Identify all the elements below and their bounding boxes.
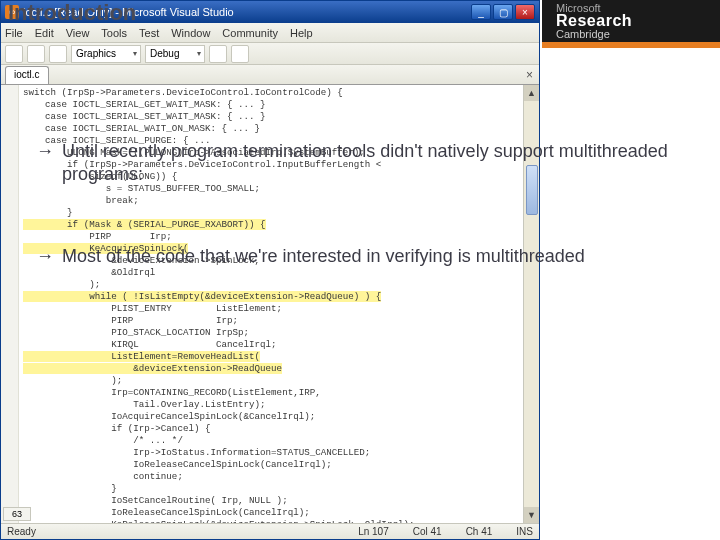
tab-close-icon[interactable]: × xyxy=(526,68,539,82)
bullet-2-text: Most of the code that we're interested i… xyxy=(62,245,585,268)
config-dropdown[interactable]: Debug xyxy=(145,45,205,63)
arrow-icon: → xyxy=(36,140,54,163)
bullet-1-text: Until recently program termination tools… xyxy=(62,140,710,185)
brand-cambridge: Cambridge xyxy=(556,28,610,40)
tab-ioctl[interactable]: ioctl.c xyxy=(5,66,49,84)
toolbar-button[interactable] xyxy=(5,45,23,63)
code-line: ); xyxy=(23,375,122,386)
status-col: Col 41 xyxy=(413,526,442,537)
toolbar-button[interactable] xyxy=(27,45,45,63)
code-line-highlight: &deviceExtension->ReadQueue xyxy=(23,363,282,374)
brand-orange-bar xyxy=(542,42,720,48)
code-line: case IOCTL_SERIAL_GET_WAIT_MASK: { ... } xyxy=(23,99,266,110)
toolbar: Graphics Debug xyxy=(1,43,539,65)
code-line: Irp=CONTAINING_RECORD(ListElement,IRP, xyxy=(23,387,321,398)
graphics-dropdown[interactable]: Graphics xyxy=(71,45,141,63)
code-line: IoAcquireCancelSpinLock(&CancelIrql); xyxy=(23,411,315,422)
minimize-button[interactable]: _ xyxy=(471,4,491,20)
toolbar-button[interactable] xyxy=(231,45,249,63)
code-line: KIRQL CancelIrql; xyxy=(23,339,277,350)
scroll-down-icon[interactable]: ▼ xyxy=(524,507,539,523)
bullet-1: → Until recently program termination too… xyxy=(36,140,710,185)
status-ready: Ready xyxy=(7,526,36,537)
code-line: continue; xyxy=(23,471,183,482)
status-ins: INS xyxy=(516,526,533,537)
ms-research-brand: Microsoft Research Cambridge xyxy=(542,0,720,42)
document-tabs: ioctl.c × xyxy=(1,65,539,85)
editor-gutter xyxy=(1,85,19,523)
menu-tools[interactable]: Tools xyxy=(101,27,127,39)
scroll-up-icon[interactable]: ▲ xyxy=(524,85,539,101)
code-line: IoReleaseCancelSpinLock(CancelIrql); xyxy=(23,507,310,518)
menu-window[interactable]: Window xyxy=(171,27,210,39)
menu-help[interactable]: Help xyxy=(290,27,313,39)
code-line: case IOCTL_SERIAL_WAIT_ON_MASK: { ... } xyxy=(23,123,260,134)
toolbar-button[interactable] xyxy=(49,45,67,63)
code-line: switch (IrpSp->Parameters.DeviceIoContro… xyxy=(23,87,343,98)
menubar: File Edit View Tools Test Window Communi… xyxy=(1,23,539,43)
slide-title: Introduction xyxy=(8,0,136,26)
menu-view[interactable]: View xyxy=(66,27,90,39)
statusbar: Ready Ln 107 Col 41 Ch 41 INS xyxy=(1,523,539,539)
code-line: } xyxy=(23,483,117,494)
code-line: IoReleaseCancelSpinLock(CancelIrql); xyxy=(23,459,332,470)
code-line: Irp->IoStatus.Information=STATUS_CANCELL… xyxy=(23,447,370,458)
status-line: Ln 107 xyxy=(358,526,389,537)
passage-indicator: 63 xyxy=(3,507,31,521)
close-button[interactable]: × xyxy=(515,4,535,20)
menu-community[interactable]: Community xyxy=(222,27,278,39)
window-buttons: _ ▢ × xyxy=(471,4,535,20)
menu-edit[interactable]: Edit xyxy=(35,27,54,39)
code-line: if (Irp->Cancel) { xyxy=(23,423,210,434)
arrow-icon: → xyxy=(36,245,54,268)
code-line: IoSetCancelRoutine( Irp, NULL ); xyxy=(23,495,288,506)
code-line: /* ... */ xyxy=(23,435,183,446)
maximize-button[interactable]: ▢ xyxy=(493,4,513,20)
bullet-2: → Most of the code that we're interested… xyxy=(36,245,710,268)
status-ch: Ch 41 xyxy=(466,526,493,537)
menu-test[interactable]: Test xyxy=(139,27,159,39)
code-line-highlight: ListElement=RemoveHeadList( xyxy=(23,351,260,362)
code-line: PIO_STACK_LOCATION IrpSp; xyxy=(23,327,249,338)
code-line: Tail.Overlay.ListEntry); xyxy=(23,399,266,410)
slide-bullets: → Until recently program termination too… xyxy=(36,140,710,328)
menu-file[interactable]: File xyxy=(5,27,23,39)
toolbar-button[interactable] xyxy=(209,45,227,63)
code-line: case IOCTL_SERIAL_SET_WAIT_MASK: { ... } xyxy=(23,111,266,122)
